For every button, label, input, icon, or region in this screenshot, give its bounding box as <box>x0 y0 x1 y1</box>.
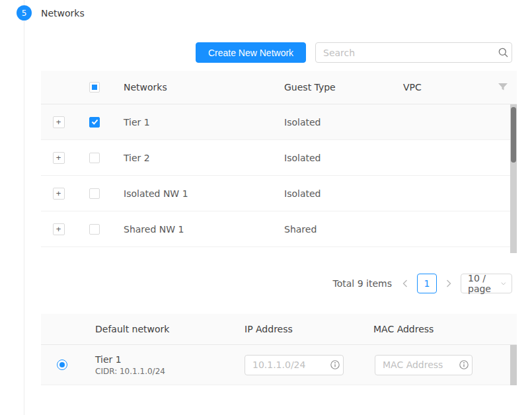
network-name: Tier 2 <box>113 153 274 163</box>
vpc-value <box>393 140 510 175</box>
network-name: Isolated NW 1 <box>113 188 274 199</box>
wizard-step-line <box>24 0 24 415</box>
select-all-checkbox[interactable] <box>89 82 100 93</box>
search-input[interactable] <box>316 48 494 58</box>
vpc-filter-icon[interactable] <box>498 71 508 104</box>
ip-address-input-box[interactable] <box>245 355 344 375</box>
vpc-value <box>393 176 510 211</box>
chevron-down-icon <box>501 282 506 286</box>
column-header-ip-address: IP Address <box>234 324 363 334</box>
create-new-network-button[interactable]: Create New Network <box>196 42 306 63</box>
column-header-networks: Networks <box>113 82 274 93</box>
ip-address-input[interactable] <box>245 359 327 370</box>
mac-address-input-box[interactable] <box>375 355 473 375</box>
page-size-select[interactable]: 10 / page <box>461 274 512 293</box>
default-network-table-body: Tier 1 CIDR: 10.1.1.0/24 <box>41 345 517 385</box>
plus-icon: + <box>56 117 61 127</box>
table-scrollbar-track[interactable] <box>510 104 517 253</box>
page-number-button[interactable]: 1 <box>417 274 437 293</box>
vpc-value <box>393 104 510 139</box>
chevron-right-icon <box>446 280 451 287</box>
pagination: Total 9 items 1 10 / page <box>333 274 512 293</box>
table-row[interactable]: + Shared NW 1 Shared <box>41 211 510 247</box>
default-network-row[interactable]: Tier 1 CIDR: 10.1.1.0/24 <box>41 345 510 385</box>
wizard-step-badge: 5 <box>17 5 32 20</box>
default-network-table-header: Default network IP Address MAC Address <box>41 314 517 345</box>
vpc-header-label: VPC <box>403 82 422 93</box>
ip-info-icon[interactable] <box>327 360 343 369</box>
expand-row-button[interactable]: + <box>53 188 65 200</box>
pagination-total: Total 9 items <box>333 278 392 289</box>
networks-table: Networks Guest Type VPC + Tier 1 Isolate… <box>41 71 517 253</box>
column-header-mac-address: MAC Address <box>363 324 517 334</box>
wizard-step-title: Networks <box>41 8 85 19</box>
search-box[interactable] <box>315 42 512 63</box>
check-icon <box>91 118 98 126</box>
default-network-name: Tier 1 <box>95 354 234 365</box>
guest-type: Isolated <box>274 153 393 163</box>
networks-table-header: Networks Guest Type VPC <box>41 71 517 104</box>
plus-icon: + <box>56 224 61 234</box>
select-all-cell <box>76 82 113 93</box>
network-name: Tier 1 <box>113 117 274 128</box>
table-row[interactable]: + Isolated NW 1 Isolated <box>41 176 510 211</box>
expand-row-button[interactable]: + <box>53 116 65 128</box>
expand-row-button[interactable]: + <box>53 152 65 164</box>
network-name: Shared NW 1 <box>113 224 274 235</box>
table-scrollbar-thumb[interactable] <box>511 107 516 163</box>
default-network-cidr: CIDR: 10.1.1.0/24 <box>95 367 234 376</box>
expand-row-button[interactable]: + <box>53 223 65 235</box>
vpc-value <box>393 211 510 246</box>
table-scrollbar-track[interactable] <box>510 345 517 385</box>
page-size-value: 10 / page <box>468 273 501 294</box>
guest-type: Isolated <box>274 117 393 128</box>
default-network-table: Default network IP Address MAC Address T… <box>41 314 517 385</box>
default-network-radio[interactable] <box>57 359 67 370</box>
guest-type: Shared <box>274 224 393 235</box>
column-header-guest-type: Guest Type <box>274 82 393 93</box>
row-checkbox[interactable] <box>89 224 100 235</box>
indeterminate-mark-icon <box>92 85 97 90</box>
search-icon[interactable] <box>494 48 512 57</box>
mac-info-icon[interactable] <box>456 360 472 369</box>
mac-address-input[interactable] <box>375 359 456 370</box>
plus-icon: + <box>56 153 61 163</box>
column-header-default-network: Default network <box>83 324 234 334</box>
prev-page-button[interactable] <box>399 274 412 293</box>
guest-type: Isolated <box>274 188 393 199</box>
row-checkbox[interactable] <box>89 117 100 128</box>
column-header-vpc: VPC <box>393 71 517 104</box>
row-checkbox[interactable] <box>89 188 100 199</box>
table-row[interactable]: + Tier 1 Isolated <box>41 104 510 140</box>
plus-icon: + <box>56 188 61 198</box>
networks-step-panel: 5 Networks Create New Network Networks G… <box>0 0 532 415</box>
table-row[interactable]: + Tier 2 Isolated <box>41 140 510 176</box>
radio-dot-icon <box>59 362 65 367</box>
networks-table-body: + Tier 1 Isolated + Tier 2 Isolated + Is… <box>41 104 517 253</box>
chevron-left-icon <box>402 280 408 287</box>
next-page-button[interactable] <box>442 274 455 293</box>
row-checkbox[interactable] <box>89 153 100 163</box>
